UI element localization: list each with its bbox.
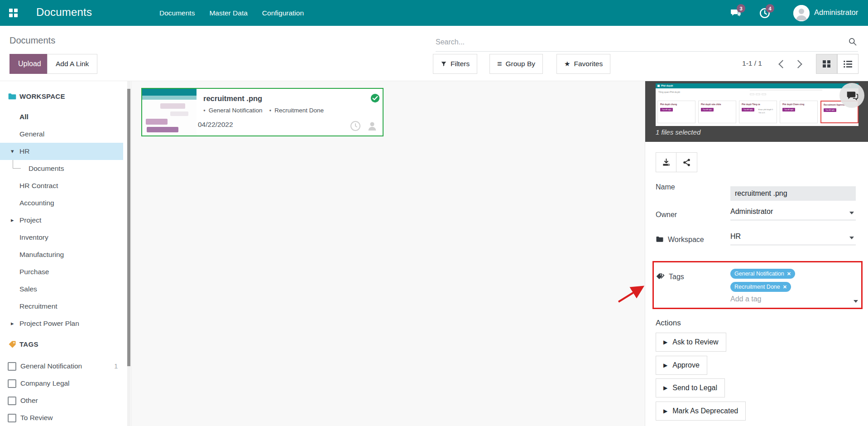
sidebar-item-hr-documents[interactable]: Documents	[0, 160, 131, 177]
user-name[interactable]: Administrator	[814, 8, 858, 17]
favorites-label: Favorites	[574, 60, 603, 68]
share-button[interactable]	[676, 152, 697, 172]
tag-filter-other[interactable]: Other	[0, 392, 131, 410]
menu-item-master-data[interactable]: Master Data	[209, 9, 247, 17]
content-region: WORKSPACE All General ▾ HR Documents HR …	[0, 81, 868, 426]
checkbox[interactable]	[8, 414, 16, 422]
download-button[interactable]	[656, 152, 676, 172]
ask-to-review-button[interactable]: ▶ Ask to Review	[656, 333, 726, 352]
scrollbar-thumb[interactable]	[127, 89, 130, 366]
tag-filter-to-review[interactable]: To Review	[0, 410, 131, 426]
filters-button[interactable]: Filters	[433, 54, 477, 74]
add-a-link-button[interactable]: Add A Link	[47, 54, 97, 74]
favorites-button[interactable]: ★ Favorites	[556, 54, 610, 74]
kanban-view-button[interactable]	[816, 54, 837, 74]
tags-dropdown-caret[interactable]	[854, 300, 858, 303]
actions-title: Actions	[656, 319, 681, 328]
name-input[interactable]	[730, 186, 856, 201]
pager-previous-button[interactable]	[778, 60, 786, 68]
menu-item-configuration[interactable]: Configuration	[262, 9, 304, 17]
tree-elbow	[13, 160, 21, 169]
sidebar-item-recruitment[interactable]: Recruitment	[0, 298, 131, 315]
group-by-icon: ≡	[497, 61, 502, 67]
grid-view-icon	[823, 60, 830, 68]
activities-badge: 4	[766, 4, 774, 13]
document-tags: ● General Notification ● Recruitment Don…	[203, 107, 324, 114]
document-card[interactable]: recruitment .png ● General Notification …	[141, 88, 384, 136]
top-menu: Documents Master Data Configuration	[159, 0, 304, 26]
document-title: recruitment .png	[203, 94, 262, 103]
list-view-button[interactable]	[837, 54, 858, 74]
remove-tag-icon[interactable]: ✕	[787, 271, 791, 277]
caret-right-icon[interactable]: ▸	[11, 212, 14, 229]
file-action-buttons	[656, 152, 697, 172]
play-icon: ▶	[663, 362, 667, 368]
top-navbar: Documents Documents Master Data Configur…	[0, 0, 868, 26]
chat-bubble-icon	[845, 89, 859, 102]
caret-right-icon[interactable]: ▸	[11, 315, 14, 332]
workspace-select[interactable]: HR	[730, 232, 856, 245]
checkbox[interactable]	[8, 397, 16, 405]
sidebar-item-hr[interactable]: ▾ HR	[0, 143, 123, 160]
sidebar-item-accounting[interactable]: Accounting	[0, 194, 131, 212]
sidebar-item-purchase[interactable]: Purchase	[0, 263, 131, 281]
search-icon[interactable]	[848, 37, 857, 46]
folder-icon	[8, 92, 17, 101]
pager-next-button[interactable]	[794, 60, 802, 68]
remove-tag-icon[interactable]: ✕	[783, 284, 787, 290]
sidebar-item-project-power-plan[interactable]: ▸ Project Power Plan	[0, 315, 131, 332]
sidebar-item-manufacturing[interactable]: Manufacturing	[0, 246, 131, 263]
checkbox[interactable]	[8, 379, 16, 388]
workspace-title: WORKSPACE	[19, 92, 65, 100]
upload-button[interactable]: Upload	[10, 54, 50, 74]
group-by-label: Group By	[506, 60, 535, 68]
tag-count: 1	[109, 363, 118, 370]
approve-button[interactable]: ▶ Approve	[656, 356, 707, 375]
tags-field-icon	[656, 272, 665, 281]
sidebar-item-sales[interactable]: Sales	[0, 281, 131, 298]
tag-filter-company-legal[interactable]: Company Legal	[0, 375, 131, 392]
document-date: 04/22/2022	[198, 121, 233, 129]
breadcrumb: Documents	[10, 35, 55, 46]
name-label: Name	[656, 183, 675, 191]
add-tag-input[interactable]	[730, 295, 844, 303]
tag-filter-general-notification[interactable]: General Notification 1	[0, 358, 131, 375]
star-icon: ★	[564, 60, 570, 68]
play-icon: ▶	[663, 385, 667, 391]
sidebar-item-all[interactable]: All	[0, 108, 131, 126]
apps-grid-icon[interactable]	[9, 9, 18, 17]
preview-zone: Phê duyệt Tổng quan Phê duyệt Phê duyệt …	[645, 81, 868, 142]
sidebar: WORKSPACE All General ▾ HR Documents HR …	[0, 81, 131, 426]
tags-field-label: Tags	[669, 273, 684, 281]
tag-chip-general-notification: General Notification ✕	[730, 269, 795, 279]
activity-clock-icon[interactable]	[350, 121, 361, 131]
download-icon	[662, 158, 671, 167]
sidebar-item-inventory[interactable]: Inventory	[0, 229, 131, 246]
tag-bullet-icon: ●	[203, 108, 206, 112]
messages-icon[interactable]: 3	[730, 7, 742, 19]
play-icon: ▶	[663, 408, 667, 414]
group-by-button[interactable]: ≡ Group By	[489, 54, 543, 74]
menu-item-documents[interactable]: Documents	[159, 9, 195, 17]
sidebar-item-general[interactable]: General	[0, 126, 131, 143]
workspace-label: Workspace	[668, 236, 704, 244]
view-switcher	[816, 54, 858, 74]
owner-select[interactable]: Administrator	[730, 208, 856, 220]
checkbox[interactable]	[8, 362, 16, 371]
sidebar-item-project[interactable]: ▸ Project	[0, 212, 131, 229]
workspace-section-header: WORKSPACE	[0, 89, 131, 105]
caret-down-icon[interactable]: ▾	[11, 143, 14, 160]
sidebar-item-hr-contract[interactable]: HR Contract	[0, 177, 131, 194]
selected-check-icon[interactable]	[370, 93, 380, 103]
avatar[interactable]	[793, 5, 810, 21]
document-thumbnail	[142, 89, 197, 136]
livechat-button[interactable]	[839, 83, 864, 108]
inspector-panel: Phê duyệt Tổng quan Phê duyệt Phê duyệt …	[645, 81, 868, 426]
document-tag-2: Recruitment Done	[274, 107, 324, 114]
tag-chip-recruitment-done: Recruitment Done ✕	[730, 282, 791, 292]
send-to-legal-button[interactable]: ▶ Send to Legal	[656, 378, 725, 397]
activities-icon[interactable]: 4	[759, 7, 771, 19]
mark-as-deprecated-button[interactable]: ▶ Mark As Deprecated	[656, 402, 746, 421]
filters-label: Filters	[451, 60, 470, 68]
search-input[interactable]	[436, 35, 839, 49]
